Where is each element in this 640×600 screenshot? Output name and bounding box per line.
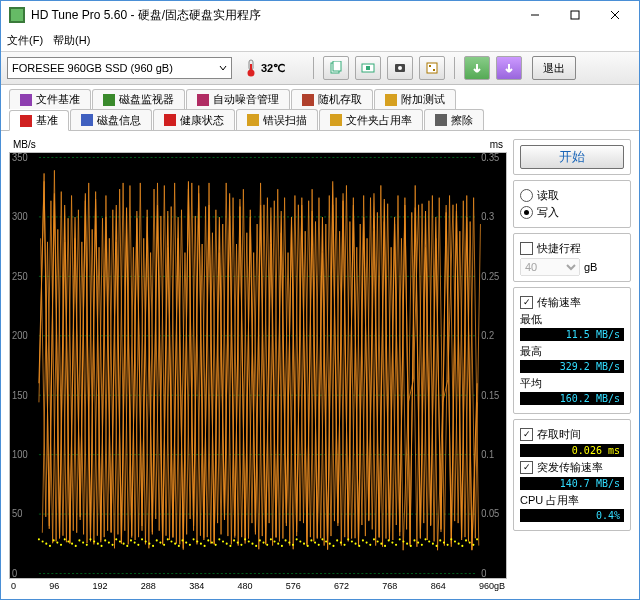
svg-point-53: [38, 538, 40, 540]
tab-随机存取[interactable]: 随机存取: [291, 89, 373, 109]
tab-文件夹占用率[interactable]: 文件夹占用率: [319, 109, 423, 130]
mode-read-radio[interactable]: 读取: [520, 188, 624, 203]
svg-point-87: [163, 544, 165, 546]
svg-point-98: [204, 545, 206, 547]
menu-file[interactable]: 文件(F): [7, 33, 43, 48]
svg-rect-3: [571, 11, 579, 19]
svg-rect-15: [427, 63, 437, 73]
transfer-rate-checkbox[interactable]: ✓传输速率: [520, 295, 624, 310]
svg-point-130: [321, 538, 323, 540]
svg-point-102: [218, 538, 220, 540]
tab-文件基准[interactable]: 文件基准: [9, 89, 91, 109]
menu-help[interactable]: 帮助(H): [53, 33, 90, 48]
svg-point-169: [465, 539, 467, 541]
svg-point-54: [42, 540, 44, 542]
svg-text:0.2: 0.2: [481, 330, 494, 341]
svg-point-100: [211, 542, 213, 544]
svg-point-55: [45, 543, 47, 545]
svg-point-128: [314, 542, 316, 544]
temperature-value: 32℃: [261, 62, 285, 75]
prev-drive-button[interactable]: [464, 56, 490, 80]
svg-point-160: [432, 543, 434, 545]
close-button[interactable]: [595, 1, 635, 29]
titlebar: HD Tune Pro 5.60 - 硬盘/固态硬盘实用程序: [1, 1, 639, 29]
svg-rect-1: [11, 9, 23, 21]
svg-rect-19: [103, 94, 115, 106]
chart-right-unit: ms: [490, 139, 503, 150]
tab-健康状态[interactable]: 健康状态: [153, 109, 235, 130]
svg-point-172: [476, 538, 478, 540]
svg-point-96: [196, 540, 198, 542]
svg-point-120: [285, 539, 287, 541]
svg-point-143: [369, 544, 371, 546]
svg-text:0.3: 0.3: [481, 211, 494, 222]
tab-基准[interactable]: 基准: [9, 110, 69, 131]
svg-point-129: [318, 544, 320, 546]
max-value: 329.2 MB/s: [520, 360, 624, 373]
svg-point-159: [428, 540, 430, 542]
svg-text:0: 0: [12, 568, 18, 578]
svg-rect-21: [302, 94, 314, 106]
svg-point-137: [347, 538, 349, 540]
svg-point-157: [421, 544, 423, 546]
svg-point-171: [472, 544, 474, 546]
svg-text:150: 150: [12, 389, 28, 400]
svg-point-14: [398, 66, 402, 70]
svg-point-125: [303, 543, 305, 545]
svg-point-112: [255, 545, 257, 547]
svg-point-68: [93, 540, 95, 542]
svg-point-162: [439, 539, 441, 541]
short-stroke-checkbox[interactable]: 快捷行程: [520, 241, 624, 256]
svg-point-85: [156, 539, 158, 541]
svg-rect-25: [164, 114, 176, 126]
svg-point-62: [71, 543, 73, 545]
access-time-checkbox[interactable]: ✓存取时间: [520, 427, 624, 442]
tab-错误扫描[interactable]: 错误扫描: [236, 109, 318, 130]
tab-自动噪音管理[interactable]: 自动噪音管理: [186, 89, 290, 109]
tab-附加测试[interactable]: 附加测试: [374, 89, 456, 109]
svg-point-59: [60, 544, 62, 546]
svg-point-66: [86, 544, 88, 546]
svg-rect-26: [247, 114, 259, 126]
svg-point-56: [49, 545, 51, 547]
maximize-button[interactable]: [555, 1, 595, 29]
next-drive-button[interactable]: [496, 56, 522, 80]
mode-write-radio[interactable]: 写入: [520, 205, 624, 220]
svg-point-126: [307, 545, 309, 547]
cpu-value: 0.4%: [520, 509, 624, 522]
svg-point-135: [340, 542, 342, 544]
svg-point-76: [123, 543, 125, 545]
svg-text:0.25: 0.25: [481, 270, 499, 281]
start-button[interactable]: 开始: [520, 145, 624, 169]
svg-point-74: [115, 538, 117, 540]
svg-point-154: [410, 545, 412, 547]
drive-select[interactable]: FORESEE 960GB SSD (960 gB): [7, 57, 232, 79]
tab-磁盘监视器[interactable]: 磁盘监视器: [92, 89, 185, 109]
svg-point-81: [141, 538, 143, 540]
avg-label: 平均: [520, 376, 624, 391]
save-button[interactable]: [387, 56, 413, 80]
svg-rect-27: [330, 114, 342, 126]
svg-point-79: [134, 542, 136, 544]
tab-擦除[interactable]: 擦除: [424, 109, 484, 130]
svg-point-117: [274, 540, 276, 542]
svg-point-97: [200, 543, 202, 545]
tab-磁盘信息[interactable]: 磁盘信息: [70, 109, 152, 130]
svg-point-131: [325, 540, 327, 542]
svg-point-134: [336, 539, 338, 541]
minimize-button[interactable]: [515, 1, 555, 29]
svg-point-132: [329, 543, 331, 545]
svg-point-92: [181, 539, 183, 541]
svg-text:0: 0: [481, 568, 487, 578]
temperature-display: 32℃: [244, 59, 304, 77]
exit-button[interactable]: 退出: [532, 56, 576, 80]
svg-point-150: [395, 544, 397, 546]
burst-rate-checkbox[interactable]: ✓突发传输速率: [520, 460, 624, 475]
settings-button[interactable]: [419, 56, 445, 80]
screenshot-button[interactable]: [355, 56, 381, 80]
copy-info-button[interactable]: [323, 56, 349, 80]
chart-x-axis: 096192288384480576672768864960gB: [9, 581, 507, 591]
svg-point-78: [130, 539, 132, 541]
blocksize-select: 40: [520, 258, 580, 276]
svg-point-133: [332, 545, 334, 547]
